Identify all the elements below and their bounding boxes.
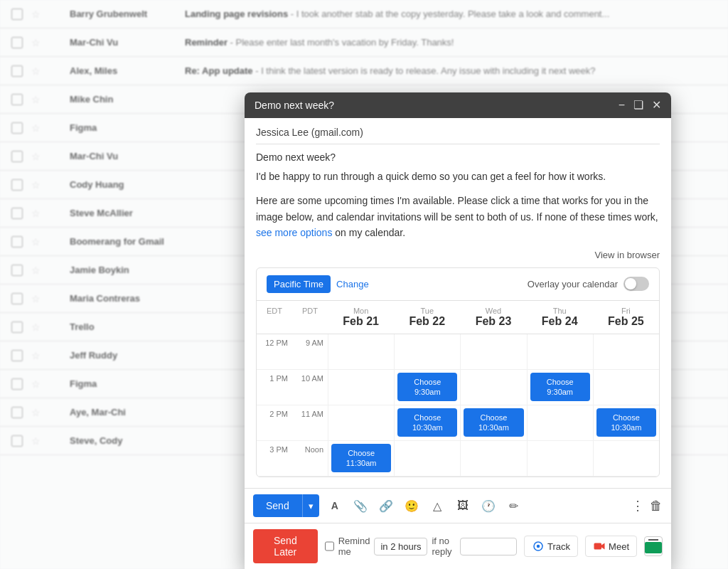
email-checkbox[interactable] bbox=[11, 179, 23, 191]
format-text-button[interactable]: A bbox=[325, 496, 345, 516]
important-icon bbox=[51, 38, 61, 48]
view-in-browser[interactable]: View in browser bbox=[256, 250, 660, 260]
email-checkbox[interactable] bbox=[11, 236, 23, 248]
email-checkbox[interactable] bbox=[11, 37, 23, 48]
slot-tue-1030[interactable]: Choose 10:30am bbox=[397, 408, 457, 437]
expand-icon[interactable]: ❏ bbox=[633, 100, 643, 111]
important-icon bbox=[51, 208, 61, 218]
cal-cell-thu-2pm bbox=[527, 405, 593, 440]
email-checkbox[interactable] bbox=[11, 9, 23, 20]
pacific-time-button[interactable]: Pacific Time bbox=[267, 275, 331, 293]
send-later-button[interactable]: Send Later bbox=[253, 529, 318, 563]
minimize-icon[interactable]: − bbox=[619, 100, 625, 111]
star-icon[interactable]: ☆ bbox=[31, 9, 43, 20]
email-checkbox[interactable] bbox=[11, 65, 23, 77]
star-icon[interactable]: ☆ bbox=[31, 37, 43, 48]
email-checkbox[interactable] bbox=[11, 435, 23, 447]
email-checkbox[interactable] bbox=[11, 151, 23, 162]
send-button-group: Send ▾ bbox=[253, 494, 319, 517]
slot-fri-1030[interactable]: Choose 10:30am bbox=[596, 408, 656, 437]
email-row[interactable]: ☆ Barry Grubenwelt Landing page revision… bbox=[0, 0, 728, 28]
important-icon bbox=[51, 265, 61, 275]
important-icon bbox=[51, 351, 61, 361]
star-icon[interactable]: ☆ bbox=[31, 65, 43, 77]
track-icon bbox=[532, 540, 545, 553]
close-icon[interactable]: ✕ bbox=[652, 100, 661, 111]
star-icon[interactable]: ☆ bbox=[31, 265, 43, 276]
star-icon[interactable]: ☆ bbox=[31, 151, 43, 162]
email-row[interactable]: ☆ Mar-Chi Vu Reminder - Please enter las… bbox=[0, 28, 728, 57]
star-icon[interactable]: ☆ bbox=[31, 208, 43, 219]
email-checkbox[interactable] bbox=[11, 407, 23, 418]
paperclip-icon: 📎 bbox=[353, 499, 368, 513]
compose-bottom-bar: Send Later Remind me if no reply Track M… bbox=[245, 523, 671, 569]
slot-wed-1030[interactable]: Choose 10:30am bbox=[464, 408, 523, 437]
slot-tue-930[interactable]: Choose 9:30am bbox=[397, 373, 457, 402]
star-icon[interactable]: ☆ bbox=[31, 378, 43, 390]
photo-button[interactable]: 🖼 bbox=[453, 496, 473, 516]
meet-label: Meet bbox=[609, 541, 629, 552]
email-checkbox[interactable] bbox=[11, 265, 23, 276]
svg-rect-2 bbox=[594, 543, 602, 550]
star-icon[interactable]: ☆ bbox=[31, 435, 43, 447]
send-dropdown-button[interactable]: ▾ bbox=[302, 494, 319, 517]
overlay-section: Overlay your calendar bbox=[528, 277, 649, 291]
emoji-button[interactable]: 🙂 bbox=[402, 496, 422, 516]
meet-button[interactable]: Meet bbox=[585, 536, 637, 557]
change-timezone-button[interactable]: Change bbox=[336, 279, 369, 289]
cal-cell-fri-12pm bbox=[593, 334, 659, 369]
star-icon[interactable]: ☆ bbox=[31, 321, 43, 333]
email-checkbox[interactable] bbox=[11, 208, 23, 219]
email-sender: Trello bbox=[70, 321, 176, 332]
email-checkbox[interactable] bbox=[11, 122, 23, 134]
overlay-toggle[interactable] bbox=[623, 277, 649, 291]
important-icon bbox=[51, 180, 61, 190]
see-more-options-link[interactable]: see more options bbox=[256, 227, 332, 238]
email-checkbox[interactable] bbox=[11, 94, 23, 105]
collapse-button[interactable] bbox=[644, 536, 663, 556]
cal-cell-tue-1pm: Choose 9:30am bbox=[394, 370, 460, 405]
cal-header-wed: Wed Feb 23 bbox=[460, 301, 526, 334]
track-button[interactable]: Track bbox=[524, 536, 578, 557]
compose-body-text: I'd be happy to run through a quick demo… bbox=[256, 169, 660, 184]
star-icon[interactable]: ☆ bbox=[31, 94, 43, 105]
emoji-icon: 🙂 bbox=[405, 499, 419, 513]
star-icon[interactable]: ☆ bbox=[31, 350, 43, 361]
body-line2: Here are some upcoming times I'm availab… bbox=[256, 195, 658, 222]
insert-link-button[interactable]: 🔗 bbox=[376, 496, 396, 516]
star-icon[interactable]: ☆ bbox=[31, 236, 43, 248]
star-icon[interactable]: ☆ bbox=[31, 407, 43, 418]
calendar-timezone-section: Pacific Time Change bbox=[267, 275, 369, 293]
delete-draft-button[interactable]: 🗑 bbox=[650, 499, 663, 514]
if-no-reply-input[interactable] bbox=[460, 538, 517, 555]
drive-button[interactable]: △ bbox=[427, 496, 447, 516]
email-checkbox[interactable] bbox=[11, 378, 23, 390]
email-checkbox[interactable] bbox=[11, 321, 23, 333]
cal-cell-fri-1pm bbox=[593, 370, 659, 405]
email-row[interactable]: ☆ Alex, Miles Re: App update - I think t… bbox=[0, 57, 728, 85]
schedule-button[interactable]: 🕐 bbox=[478, 496, 498, 516]
slot-thu-930[interactable]: Choose 9:30am bbox=[530, 373, 590, 402]
slot-mon-1130[interactable]: Choose 11:30am bbox=[331, 444, 391, 473]
star-icon[interactable]: ☆ bbox=[31, 293, 43, 304]
attach-file-button[interactable]: 📎 bbox=[350, 496, 370, 516]
email-sender: Steve, Cody bbox=[70, 435, 176, 446]
overlay-label: Overlay your calendar bbox=[528, 279, 618, 289]
compose-header-actions: − ❏ ✕ bbox=[619, 100, 661, 111]
email-subject-snippet: Landing page revisions - I took another … bbox=[185, 9, 717, 19]
cal-header-fri: Fri Feb 25 bbox=[593, 301, 659, 334]
cal-cell-wed-2pm: Choose 10:30am bbox=[460, 405, 526, 440]
track-label: Track bbox=[547, 541, 570, 552]
remind-in-input[interactable] bbox=[374, 538, 427, 555]
email-checkbox[interactable] bbox=[11, 293, 23, 304]
important-icon bbox=[51, 151, 61, 161]
email-checkbox[interactable] bbox=[11, 350, 23, 361]
cal-time-noon: Noon bbox=[292, 441, 328, 454]
send-button[interactable]: Send bbox=[253, 494, 302, 517]
more-options-button[interactable]: ⋮ bbox=[631, 498, 644, 514]
star-icon[interactable]: ☆ bbox=[31, 122, 43, 134]
star-icon[interactable]: ☆ bbox=[31, 179, 43, 191]
remind-checkbox[interactable] bbox=[325, 541, 334, 551]
chevron-down-icon: ▾ bbox=[309, 501, 314, 511]
signature-button[interactable]: ✏ bbox=[504, 496, 524, 516]
